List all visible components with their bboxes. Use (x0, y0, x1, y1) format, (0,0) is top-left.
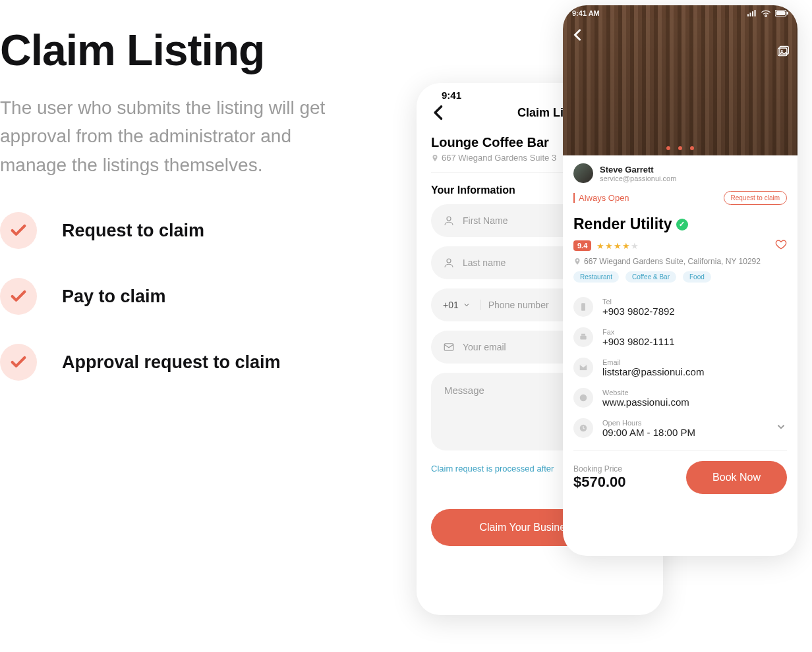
mail-icon (573, 358, 593, 377)
email-value: liststar@passionui.com (602, 366, 704, 377)
feature-bullet: Request to claim (0, 212, 369, 249)
chevron-down-icon (463, 301, 471, 309)
book-now-button[interactable]: Book Now (686, 461, 787, 494)
website-label: Website (602, 389, 689, 396)
page-title: Claim Listing (0, 25, 369, 75)
phone-placeholder: Phone number (488, 300, 549, 310)
carousel-dot[interactable] (678, 146, 682, 150)
svg-rect-6 (755, 10, 756, 16)
chevron-down-icon[interactable] (775, 421, 787, 435)
hero-image: 9:41 AM (563, 5, 798, 155)
avatar[interactable] (573, 163, 593, 183)
tag[interactable]: Coffee & Bar (625, 271, 676, 283)
rating-stars: ★★★★★ (596, 241, 639, 251)
check-icon (0, 278, 37, 315)
pin-icon (573, 258, 581, 265)
fax-label: Fax (602, 328, 675, 336)
info-row-tel[interactable]: Tel +903 9802-7892 (573, 292, 787, 322)
tag[interactable]: Food (683, 271, 711, 283)
info-row-hours[interactable]: Open Hours 09:00 AM - 18:00 PM (573, 413, 787, 443)
svg-rect-2 (444, 344, 453, 351)
carousel-dot[interactable] (690, 146, 694, 150)
user-icon (443, 215, 455, 227)
tel-value: +903 9802-7892 (602, 306, 675, 317)
info-row-fax[interactable]: Fax +903 9802-1111 (573, 322, 787, 352)
hours-value: 09:00 AM - 18:00 PM (602, 427, 695, 438)
tag[interactable]: Restaurant (573, 271, 619, 283)
check-icon (0, 212, 37, 249)
user-icon (443, 257, 455, 269)
last-name-placeholder: Last name (463, 258, 506, 268)
fax-icon (573, 327, 593, 347)
heart-icon[interactable] (775, 238, 787, 253)
feature-bullet: Pay to claim (0, 278, 369, 315)
info-row-website[interactable]: Website www.passionui.com (573, 383, 787, 413)
price-value: $570.00 (573, 474, 626, 491)
fax-value: +903 9802-1111 (602, 336, 675, 347)
svg-rect-3 (747, 14, 749, 16)
svg-point-1 (447, 259, 451, 263)
pin-icon (431, 154, 439, 162)
status-icons (747, 9, 788, 17)
svg-rect-8 (776, 11, 786, 15)
hours-label: Open Hours (602, 419, 695, 427)
gallery-icon[interactable] (776, 45, 790, 58)
phone-prefix-value: +01 (443, 300, 459, 310)
website-value: www.passionui.com (602, 396, 689, 408)
listing-address: 667 Wiegand Gardens Suite, California, N… (584, 257, 761, 266)
battery-icon (775, 10, 788, 16)
business-address: 667 Wiegand Gardens Suite 3 (442, 153, 556, 163)
svg-rect-9 (787, 12, 788, 15)
phone-icon (573, 297, 593, 317)
wifi-icon (761, 9, 771, 17)
message-placeholder: Message (444, 385, 484, 396)
signal-icon (747, 10, 757, 16)
email-placeholder: Your email (463, 342, 506, 352)
price-label: Booking Price (573, 464, 626, 474)
phone-prefix-select[interactable]: +01 (443, 300, 480, 310)
feature-bullet: Approval request to claim (0, 344, 369, 381)
verified-icon: ✓ (676, 219, 688, 231)
feature-bullet-text: Approval request to claim (62, 352, 281, 373)
svg-rect-14 (580, 336, 586, 340)
rating-badge: 9.4 (573, 240, 591, 251)
owner-name: Steve Garrett (600, 165, 676, 175)
globe-icon (573, 388, 593, 408)
carousel-dot[interactable] (666, 146, 670, 150)
feature-bullet-text: Pay to claim (62, 286, 166, 307)
svg-rect-5 (752, 11, 753, 16)
status-time: 9:41 (442, 90, 461, 101)
svg-rect-4 (750, 13, 751, 16)
page-description: The user who submits the listing will ge… (0, 94, 343, 179)
first-name-placeholder: First Name (463, 215, 508, 226)
listing-detail-screen: 9:41 AM Steve Garrett service@passionui.… (563, 5, 798, 556)
owner-email: service@passionui.com (600, 175, 676, 182)
info-row-email[interactable]: Email liststar@passionui.com (573, 352, 787, 383)
listing-title: Render Utility (573, 215, 672, 233)
back-icon[interactable] (571, 28, 585, 45)
svg-rect-15 (581, 334, 585, 336)
open-status: Always Open (573, 193, 629, 203)
check-icon (0, 344, 37, 381)
status-time: 9:41 AM (572, 9, 600, 17)
svg-point-0 (447, 217, 451, 221)
tel-label: Tel (602, 298, 675, 306)
carousel-dots[interactable] (666, 146, 694, 150)
svg-rect-13 (581, 303, 585, 311)
email-label: Email (602, 358, 704, 366)
feature-bullet-text: Request to claim (62, 221, 204, 241)
mail-icon (443, 341, 455, 353)
svg-point-16 (580, 394, 587, 402)
clock-icon (573, 418, 593, 438)
request-to-claim-button[interactable]: Request to claim (724, 191, 787, 205)
